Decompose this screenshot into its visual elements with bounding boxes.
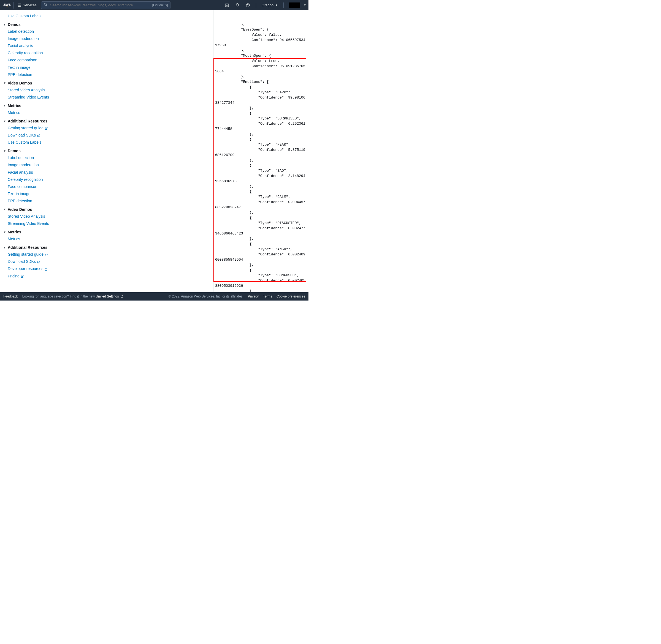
sidebar-item[interactable]: Stored Video Analysis [0,86,68,94]
sidebar-item-label: Metrics [8,110,20,115]
sidebar-item-label: Getting started guide [8,252,44,256]
sidebar-item[interactable]: Stored Video Analysis [0,213,68,220]
collapse-triangle-icon: ▼ [3,208,7,211]
external-link-icon [37,260,40,264]
sidebar-item[interactable]: Use Custom Labels [0,13,68,20]
sidebar-item[interactable]: Download SDKs [0,258,68,265]
cookie-preferences-link[interactable]: Cookie preferences [277,295,305,298]
sidebar-section-header[interactable]: ▼Metrics [0,227,68,235]
sidebar-item-label: Celebrity recognition [8,177,43,182]
sidebar-section-header[interactable]: ▼Video Demos [0,205,68,213]
sidebar-item-label: Pricing [8,274,20,278]
sidebar-item-label: Stored Video Analysis [8,88,45,92]
sidebar-item[interactable]: Pricing [0,273,68,280]
sidebar-item-label: Use Custom Labels [8,14,41,18]
search-shortcut: [Option+S] [152,3,168,7]
account-menu[interactable] [289,2,300,8]
footer-lang-prompt: Looking for language selection? Find it … [22,295,124,298]
terms-link[interactable]: Terms [263,295,272,298]
sidebar-section-header[interactable]: ▼Additional Resources [0,243,68,251]
notifications-icon[interactable] [233,3,242,7]
collapse-triangle-icon: ▼ [3,150,7,153]
sidebar-item-label: Metrics [8,237,20,241]
services-label: Services [23,3,37,7]
nav-separator [283,2,284,8]
external-link-icon [45,253,48,256]
sidebar-item-label: Text in image [8,65,30,70]
section-title: Metrics [8,104,21,108]
sidebar-item[interactable]: Getting started guide [0,251,68,258]
sidebar-item[interactable]: Facial analysis [0,42,68,49]
sidebar-item[interactable]: Image moderation [0,161,68,168]
help-icon[interactable] [244,3,252,7]
sidebar-item[interactable]: Getting started guide [0,124,68,132]
aws-logo[interactable]: aws ⌣ [2,2,14,8]
sidebar-item-label: Streaming Video Events [8,95,49,99]
sidebar-item[interactable]: Use Custom Labels [0,139,68,146]
global-search[interactable]: [Option+S] [41,1,171,9]
sidebar-section-header[interactable]: ▼Video Demos [0,78,68,86]
privacy-link[interactable]: Privacy [248,295,259,298]
section-title: Demos [8,22,21,27]
sidebar-item-label: Streaming Video Events [8,221,49,226]
external-link-icon [44,268,48,271]
sidebar-item[interactable]: Download SDKs [0,132,68,139]
sidebar-item[interactable]: Text in image [0,190,68,197]
cloudshell-icon[interactable] [223,3,231,7]
sidebar-item[interactable]: Label detection [0,28,68,35]
sidebar-section-header[interactable]: ▼Additional Resources [0,116,68,124]
collapse-triangle-icon: ▼ [3,120,7,123]
sidebar-item[interactable]: Facial analysis [0,169,68,176]
sidebar-item-label: Label detection [8,29,34,33]
sidebar-section-header[interactable]: ▼Demos [0,20,68,28]
sidebar-section-header[interactable]: ▼Metrics [0,101,68,109]
sidebar-item[interactable]: Text in image [0,64,68,71]
sidebar-item[interactable]: Streaming Video Events [0,220,68,227]
sidebar-item[interactable]: Metrics [0,109,68,116]
nav-separator [256,2,256,8]
region-selector[interactable]: Oregon ▼ [260,3,280,7]
sidebar-item[interactable]: PPE detection [0,197,68,205]
sidebar-item[interactable]: Celebrity recognition [0,176,68,183]
external-link-icon [21,275,24,278]
sidebar-item[interactable]: Face comparison [0,183,68,190]
json-output-panel[interactable]: }, "EyesOpen": { "Value": false, "Confid… [214,10,308,292]
sidebar-item-label: Stored Video Analysis [8,214,45,218]
sidebar-item-label: Label detection [8,156,34,160]
sidebar-item[interactable]: Label detection [0,154,68,161]
sidebar-item-label: Download SDKs [8,259,36,264]
sidebar-item-label: Facial analysis [8,170,33,175]
svg-point-0 [44,3,46,5]
sidebar-item-label: Face comparison [8,184,37,189]
section-title: Additional Resources [8,245,47,250]
sidebar-item[interactable]: Developer resources [0,265,68,272]
sidebar-item[interactable]: Streaming Video Events [0,94,68,101]
external-link-icon [37,134,40,137]
sidebar-item-label: Face comparison [8,58,37,62]
sidebar-section-header[interactable]: ▼Demos [0,146,68,154]
search-icon [44,2,48,8]
sidebar-item[interactable]: Face comparison [0,56,68,64]
search-input[interactable] [50,3,150,7]
sidebar-item[interactable]: Celebrity recognition [0,49,68,56]
sidebar-item-label: Getting started guide [8,126,44,130]
feedback-link[interactable]: Feedback [3,295,18,298]
services-menu-button[interactable]: Services [16,3,39,7]
section-title: Video Demos [8,81,32,85]
collapse-triangle-icon: ▼ [3,246,7,249]
sidebar-item-label: Image moderation [8,36,39,41]
sidebar-item-label: PPE detection [8,199,32,203]
footer-copyright: © 2022, Amazon Web Services, Inc. or its… [169,295,243,298]
sidebar-item[interactable]: PPE detection [0,71,68,78]
sidebar-item-label: Image moderation [8,163,39,167]
sidebar-item-label: Use Custom Labels [8,140,41,144]
footer: Feedback Looking for language selection?… [0,292,308,301]
sidebar-item[interactable]: Metrics [0,235,68,243]
sidebar[interactable]: Use Custom Labels▼DemosLabel detectionIm… [0,10,68,292]
sidebar-item[interactable]: Image moderation [0,35,68,42]
sidebar-item-label: Facial analysis [8,44,33,48]
sidebar-item-label: Download SDKs [8,133,36,137]
unified-settings-link[interactable]: Unified Settings [96,295,124,298]
main-area: Use Custom Labels▼DemosLabel detectionIm… [0,10,308,292]
svg-line-1 [46,5,47,6]
